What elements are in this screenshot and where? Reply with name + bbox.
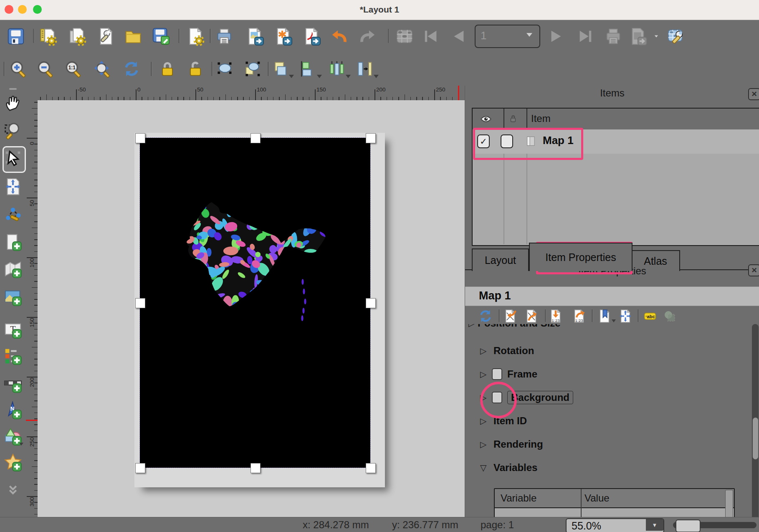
zoom-slider-thumb[interactable]	[676, 519, 701, 532]
zoom-in-button[interactable]	[9, 60, 28, 78]
items-panel-close-icon[interactable]: ✕	[748, 88, 759, 100]
variables-table-scrollbar[interactable]	[725, 490, 733, 518]
properties-scrollbar-thumb[interactable]	[753, 418, 758, 459]
ruler-tick	[374, 89, 375, 100]
add-label-tool[interactable]: T	[3, 320, 23, 339]
raise-items-button-dropdown-caret-icon[interactable]	[289, 75, 294, 78]
resize-items-button-dropdown-caret-icon[interactable]	[374, 75, 379, 78]
section-rendering[interactable]: ▷Rendering	[465, 436, 741, 453]
more-tools-chevron[interactable]	[3, 480, 23, 499]
layout-canvas[interactable]	[38, 100, 465, 517]
refresh-map-button[interactable]	[478, 309, 493, 324]
expander-collapsed-icon[interactable]: ▷	[480, 393, 489, 403]
item-properties-close-icon[interactable]: ✕	[748, 264, 759, 276]
unlock-items-button[interactable]	[186, 60, 205, 78]
selection-handle[interactable]	[250, 463, 261, 473]
zoom-slider[interactable]	[673, 522, 756, 528]
edit-map-extent-button[interactable]	[618, 309, 633, 324]
export-as-svg-button[interactable]	[273, 27, 293, 46]
zoom-out-button[interactable]	[36, 60, 55, 78]
view-extent-in-canvas-button[interactable]	[524, 309, 539, 324]
add-picture-tool[interactable]	[3, 288, 23, 307]
set-canvas-scale-to-map-button[interactable]: 1:23	[572, 309, 587, 324]
bookmark-button[interactable]	[597, 309, 612, 324]
expander-collapsed-icon[interactable]: ▷	[480, 416, 489, 426]
lock-checkbox[interactable]	[501, 134, 513, 148]
selection-handle[interactable]	[366, 463, 376, 473]
zoom-combo-caret-icon[interactable]: ▼	[646, 519, 663, 531]
bookmark-button-dropdown-caret-icon[interactable]	[612, 319, 616, 322]
move-item-content-tool[interactable]	[3, 177, 23, 196]
print-layout-button[interactable]	[215, 27, 234, 46]
export-as-pdf-button[interactable]	[302, 27, 321, 46]
selection-handle[interactable]	[250, 133, 261, 143]
zoom-actual-button[interactable]: 1:1	[64, 60, 83, 78]
labeling-settings-button[interactable]: abc	[643, 309, 658, 324]
section-position-and-size[interactable]: ▷Position and Size	[465, 324, 741, 334]
layout-manager-button[interactable]	[96, 27, 116, 46]
set-map-scale-to-canvas-button[interactable]: 1:23	[548, 309, 563, 324]
select-all-button[interactable]	[215, 60, 233, 78]
zoom-tool[interactable]	[3, 121, 23, 140]
add-marker-tool[interactable]	[3, 453, 23, 472]
items-table-row-map1[interactable]: ✓ Map 1	[473, 129, 759, 154]
properties-scrollbar[interactable]	[752, 324, 759, 532]
section-label: Rotation	[493, 345, 534, 357]
add-shape-tool-dropdown-caret-icon[interactable]	[19, 443, 23, 446]
svg-text:1:23: 1:23	[575, 318, 583, 323]
add-items-from-template-button[interactable]	[124, 27, 143, 46]
expander-collapsed-icon[interactable]: ▷	[468, 324, 478, 328]
add-map-tool[interactable]	[3, 260, 23, 279]
undo-button[interactable]	[329, 27, 349, 46]
lock-items-button[interactable]	[158, 60, 177, 78]
add-page-tool[interactable]	[3, 233, 23, 252]
save-project-button[interactable]	[6, 27, 25, 46]
select-move-item-tool[interactable]	[3, 149, 23, 168]
expander-collapsed-icon[interactable]: ▷	[480, 369, 489, 379]
atlas-settings-icon	[667, 27, 686, 46]
edit-nodes-tool[interactable]	[3, 205, 23, 224]
expander-collapsed-icon[interactable]: ▷	[480, 346, 489, 356]
section-rotation[interactable]: ▷Rotation	[465, 342, 741, 359]
section-variables[interactable]: ▽Variables	[465, 459, 741, 476]
selection-handle[interactable]	[366, 133, 376, 143]
selection-handle[interactable]	[135, 298, 145, 308]
add-legend-tool[interactable]	[3, 347, 23, 366]
ruler-tick	[207, 97, 208, 100]
raise-items-button[interactable]	[271, 60, 289, 78]
selection-handle[interactable]	[135, 133, 145, 143]
tab-item-properties[interactable]: Item Properties	[529, 243, 632, 271]
zoom-full-button[interactable]	[93, 60, 111, 78]
export-as-image-button[interactable]	[245, 27, 264, 46]
distribute-items-button-dropdown-caret-icon[interactable]	[346, 75, 351, 78]
save-as-template-button[interactable]	[152, 27, 171, 46]
distribute-items-button[interactable]	[327, 60, 346, 78]
atlas-settings-button[interactable]	[667, 27, 686, 46]
visibility-checkbox[interactable]: ✓	[477, 134, 490, 148]
section-frame-checkbox[interactable]	[492, 368, 502, 380]
new-layout-button[interactable]	[38, 27, 58, 46]
resize-items-button[interactable]	[355, 60, 374, 78]
page-setup-button[interactable]	[186, 27, 205, 46]
zoom-level-combo[interactable]: 55.0% ▼	[566, 518, 664, 532]
section-item-id[interactable]: ▷Item ID	[465, 413, 741, 429]
section-background-checkbox[interactable]	[492, 392, 502, 403]
section-background[interactable]: ▷Background	[465, 389, 741, 406]
expander-expanded-icon[interactable]: ▽	[480, 463, 489, 473]
map-item[interactable]	[140, 138, 370, 468]
duplicate-layout-button[interactable]	[68, 27, 87, 46]
selection-handle[interactable]	[135, 463, 145, 473]
expander-collapsed-icon[interactable]: ▷	[480, 439, 489, 449]
add-north-arrow-tool[interactable]: N	[3, 401, 23, 420]
pan-tool[interactable]	[3, 94, 23, 113]
selection-handle[interactable]	[366, 298, 376, 308]
add-scalebar-tool[interactable]	[3, 375, 23, 394]
align-items-button-dropdown-caret-icon[interactable]	[317, 75, 322, 78]
deselect-all-button[interactable]	[243, 60, 261, 78]
item-properties-scroll-area: ▷Position and Size▷Rotation▷Frame▷Backgr…	[465, 324, 752, 532]
section-frame[interactable]: ▷Frame	[465, 366, 741, 383]
refresh-view-button[interactable]	[122, 60, 141, 78]
ruler-tick	[219, 97, 220, 100]
set-map-extent-to-canvas-button[interactable]	[503, 309, 518, 324]
align-items-button[interactable]	[299, 60, 317, 78]
